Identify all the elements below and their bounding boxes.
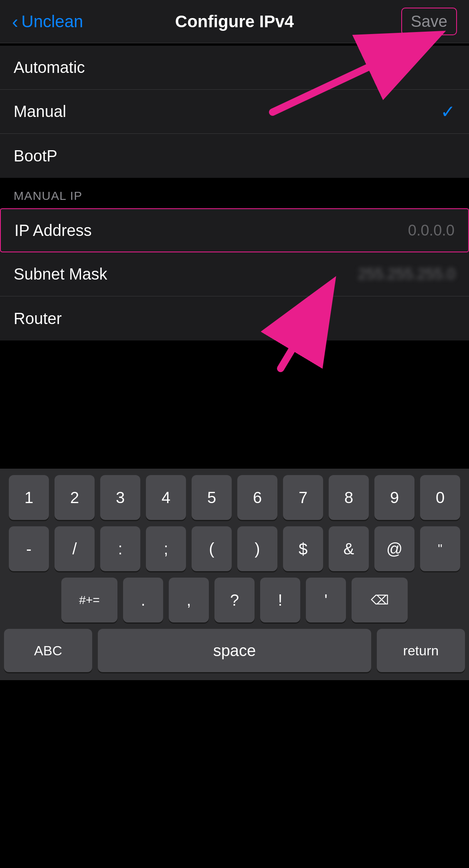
key-2[interactable]: 2: [55, 475, 95, 520]
key-1[interactable]: 1: [9, 475, 49, 520]
page-title: Configure IPv4: [175, 12, 294, 31]
manual-ip-header: MANUAL IP: [0, 178, 469, 208]
empty-area: [0, 340, 469, 469]
bootp-option[interactable]: BootP: [0, 134, 469, 178]
key-apostrophe[interactable]: ': [306, 578, 346, 622]
nav-bar: ‹ Unclean Configure IPv4 Save: [0, 0, 469, 43]
keyboard-row-numbers: 1 2 3 4 5 6 7 8 9 0: [4, 475, 465, 520]
key-colon[interactable]: :: [100, 526, 140, 571]
key-space[interactable]: space: [98, 629, 371, 672]
key-abc[interactable]: ABC: [4, 629, 92, 672]
back-label: Unclean: [21, 12, 83, 31]
key-hashtag-plus[interactable]: #+=: [61, 578, 117, 622]
key-5[interactable]: 5: [192, 475, 232, 520]
key-0[interactable]: 0: [420, 475, 460, 520]
key-question[interactable]: ?: [214, 578, 255, 622]
keyboard-bottom-row: ABC space return: [4, 629, 465, 680]
config-options-section: Automatic Manual ✓ BootP: [0, 46, 469, 178]
keyboard: 1 2 3 4 5 6 7 8 9 0 - / : ; ( ) $ & @ " …: [0, 469, 469, 680]
key-dash[interactable]: -: [9, 526, 49, 571]
key-at[interactable]: @: [374, 526, 414, 571]
manual-option[interactable]: Manual ✓: [0, 90, 469, 134]
key-semicolon[interactable]: ;: [146, 526, 186, 571]
back-chevron-icon: ‹: [12, 11, 18, 32]
key-period[interactable]: .: [123, 578, 163, 622]
back-button[interactable]: ‹ Unclean: [12, 11, 83, 32]
key-9[interactable]: 9: [374, 475, 414, 520]
automatic-option[interactable]: Automatic: [0, 46, 469, 90]
key-6[interactable]: 6: [237, 475, 277, 520]
subnet-value: 255.255.255.0: [358, 266, 455, 283]
key-quote[interactable]: ": [420, 526, 460, 571]
keyboard-row-special: #+= . , ? ! ' ⌫: [4, 578, 465, 622]
delete-key[interactable]: ⌫: [352, 578, 408, 622]
key-close-paren[interactable]: ): [237, 526, 277, 571]
subnet-mask-field[interactable]: Subnet Mask 255.255.255.0: [0, 252, 469, 296]
ip-address-field[interactable]: IP Address 0.0.0.0: [0, 208, 469, 252]
key-3[interactable]: 3: [100, 475, 140, 520]
save-button[interactable]: Save: [401, 8, 457, 35]
keyboard-row-symbols: - / : ; ( ) $ & @ ": [4, 526, 465, 571]
key-return[interactable]: return: [377, 629, 465, 672]
key-4[interactable]: 4: [146, 475, 186, 520]
key-7[interactable]: 7: [283, 475, 323, 520]
key-open-paren[interactable]: (: [192, 526, 232, 571]
key-comma[interactable]: ,: [169, 578, 209, 622]
key-exclamation[interactable]: !: [260, 578, 300, 622]
key-slash[interactable]: /: [55, 526, 95, 571]
manual-ip-section: IP Address 0.0.0.0 Subnet Mask 255.255.2…: [0, 208, 469, 340]
router-field[interactable]: Router: [0, 296, 469, 340]
key-ampersand[interactable]: &: [329, 526, 369, 571]
key-8[interactable]: 8: [329, 475, 369, 520]
key-dollar[interactable]: $: [283, 526, 323, 571]
checkmark-icon: ✓: [441, 101, 455, 122]
